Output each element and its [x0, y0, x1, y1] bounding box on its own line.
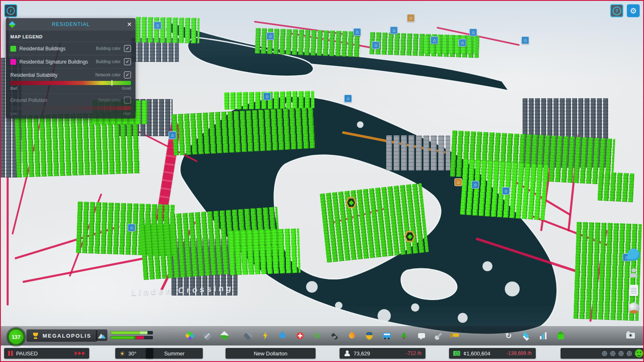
- house-icon: ⌂: [457, 180, 460, 185]
- tool-communications[interactable]: [413, 329, 429, 343]
- happiness-segment[interactable]: [561, 348, 644, 359]
- building-marker-icon[interactable]: ⌂: [430, 36, 438, 44]
- house-icon: ⌂: [392, 28, 395, 33]
- building-color-checkbox[interactable]: [124, 45, 131, 52]
- residential-cluster: [229, 228, 301, 275]
- signature-marker-inner: [406, 232, 414, 241]
- flame-icon: [348, 331, 356, 340]
- season-segment[interactable]: Summer: [146, 348, 203, 359]
- tool-bulldozer[interactable]: [447, 329, 462, 343]
- happiness-face-icon: [610, 351, 615, 356]
- scale-min-label: Low: [10, 111, 17, 116]
- residential-gem-icon: [349, 200, 354, 206]
- shovel-icon: [435, 332, 442, 339]
- chirper-icon[interactable]: [627, 248, 640, 261]
- simulation-controls: PAUSED: [4, 348, 89, 359]
- building-marker-icon[interactable]: ⌂: [266, 32, 274, 40]
- close-icon[interactable]: ✕: [127, 21, 132, 27]
- panel-title: RESIDENTIAL: [18, 21, 124, 27]
- milestone-pill[interactable]: MEGALOPOLIS: [26, 329, 97, 342]
- trophy-icon: [32, 332, 39, 339]
- house-icon: ⌂: [130, 225, 133, 230]
- building-marker-icon[interactable]: ⌂: [502, 187, 510, 195]
- tool-education[interactable]: [327, 329, 342, 343]
- road-overlay: [22, 257, 144, 283]
- camera-icon: [626, 333, 635, 338]
- house-icon: ⌂: [433, 38, 436, 43]
- building-marker-icon[interactable]: ⌂: [263, 92, 271, 100]
- legend-row-pollution: Ground Pollution Terrain color Low High: [6, 93, 135, 118]
- globe-icon[interactable]: [628, 303, 639, 314]
- status-bar: PAUSED ☀ 30° Summer New Dollarton 73,629…: [0, 348, 644, 360]
- tool-garbage[interactable]: ↻: [309, 329, 325, 343]
- legend-header: RESIDENTIAL ✕: [6, 18, 135, 31]
- tool-water-sewage[interactable]: [275, 329, 290, 343]
- tool-roads[interactable]: [199, 329, 215, 343]
- tool-electricity[interactable]: [257, 329, 273, 343]
- tool-transportation[interactable]: [379, 329, 394, 343]
- signature-marker-inner: [347, 198, 355, 207]
- tool-group-zoning: [182, 329, 232, 343]
- tool-healthcare[interactable]: [292, 329, 308, 343]
- settings-button[interactable]: ⚙: [627, 4, 640, 17]
- tool-progression[interactable]: ↻: [501, 329, 516, 343]
- tool-city-services[interactable]: [431, 329, 447, 343]
- residential-cluster: [597, 172, 634, 202]
- building-marker-icon[interactable]: ⌂: [469, 28, 477, 36]
- building-marker-icon[interactable]: ⌂: [128, 224, 135, 232]
- terrain-color-checkbox[interactable]: [124, 97, 131, 104]
- photo-mode-button[interactable]: [623, 329, 637, 342]
- money-segment[interactable]: ¢1,600,604 -138,699 /h: [449, 348, 536, 359]
- tool-landscaping[interactable]: [216, 329, 232, 343]
- tool-police[interactable]: [361, 329, 377, 343]
- happiness-face-icon: [627, 351, 632, 356]
- building-marker-icon[interactable]: ⌂: [154, 21, 162, 29]
- legend-row-label: Residential Suitability: [10, 72, 92, 78]
- building-marker-icon[interactable]: ⌂: [372, 41, 380, 49]
- gradient-tick: [112, 80, 112, 86]
- building-marker-icon[interactable]: ⌂: [521, 36, 529, 44]
- magenta-swatch: [10, 59, 16, 65]
- tool-info-views[interactable]: [518, 329, 534, 343]
- network-color-checkbox[interactable]: [124, 71, 131, 78]
- tool-parks[interactable]: [396, 329, 412, 343]
- population-segment[interactable]: 73,629 -712 /h: [340, 348, 425, 359]
- tool-advisor[interactable]: [553, 329, 568, 343]
- tool-zoning[interactable]: [182, 329, 197, 343]
- building-marker-icon[interactable]: ⌂: [169, 131, 176, 139]
- speed-controls[interactable]: [75, 351, 85, 355]
- roads-icon: [202, 331, 211, 340]
- legend-row-signature-buildings: Residential Signature Buildings Building…: [6, 55, 135, 68]
- help-button[interactable]: ?: [610, 4, 623, 17]
- pause-button[interactable]: [8, 351, 13, 356]
- xp-bar-primary: [111, 331, 153, 334]
- building-marker-icon[interactable]: ⌂: [407, 14, 415, 22]
- building-marker-icon[interactable]: ⌂: [471, 181, 479, 189]
- channel-label: Building color: [96, 46, 121, 51]
- green-swatch: [10, 46, 16, 52]
- milestone-level-badge[interactable]: 137: [7, 328, 25, 345]
- side-shortcuts: [627, 248, 640, 314]
- info-view-button[interactable]: i: [4, 4, 17, 17]
- building-color-checkbox[interactable]: [124, 58, 131, 65]
- building-marker-icon[interactable]: ⌂: [390, 26, 398, 34]
- building-marker-icon[interactable]: ⌂: [454, 178, 462, 186]
- lightning-icon: [262, 331, 269, 340]
- tool-fire-rescue[interactable]: [344, 329, 360, 343]
- building-marker-icon[interactable]: ⌂: [459, 39, 466, 47]
- recycle-icon: ↻: [314, 332, 321, 340]
- bus-icon: [383, 333, 391, 338]
- journal-icon[interactable]: [629, 285, 638, 296]
- game-viewport: ⌂ ⌂ ⌂ ⌂ ⌂ ⌂ ⌂ ⌂ ⌂ ⌂ ⌂ ⌂ ⌂ ⌂ ⌂ ⌂ ⌂ ⌂ Lind…: [0, 0, 644, 362]
- city-name-segment[interactable]: New Dollarton: [226, 348, 316, 359]
- happiness-face-icon: [602, 351, 607, 356]
- top-right-buttons: ? ⚙: [610, 4, 640, 17]
- building-marker-icon[interactable]: ⌂: [344, 95, 352, 102]
- followed-citizen-icon[interactable]: [628, 267, 639, 278]
- tool-terrain[interactable]: [240, 329, 256, 343]
- house-icon: ⌂: [269, 34, 272, 38]
- building-marker-icon[interactable]: ⌂: [353, 28, 361, 36]
- residential-cluster: [135, 17, 200, 44]
- tool-statistics[interactable]: [535, 329, 551, 343]
- house-icon: ⌂: [524, 38, 527, 43]
